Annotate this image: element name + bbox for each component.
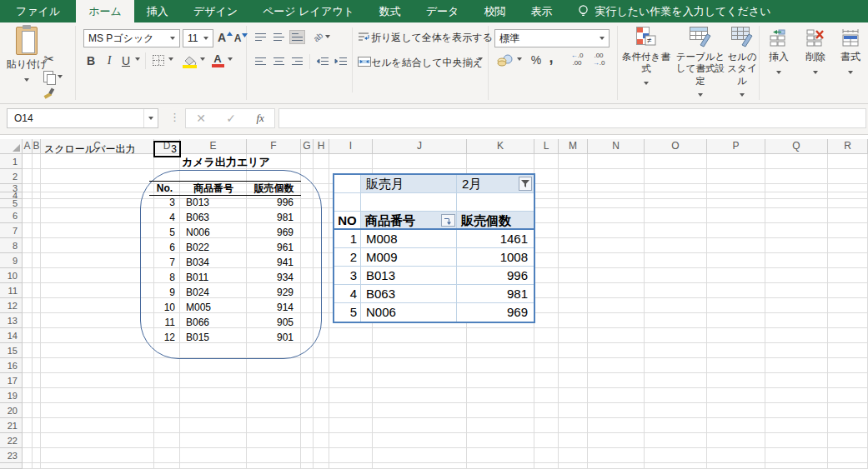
- pivot-data-cell[interactable]: 1461: [456, 230, 534, 247]
- column-header-A[interactable]: A: [23, 139, 33, 154]
- tab-home[interactable]: ホーム: [76, 0, 134, 22]
- borders-button[interactable]: [152, 54, 165, 67]
- format-cells-button[interactable]: 書式: [835, 29, 865, 79]
- row-header-14[interactable]: 14: [0, 328, 23, 343]
- delete-cells-button[interactable]: 削除: [799, 29, 832, 79]
- align-center-button[interactable]: [271, 54, 287, 68]
- pivot-data-cell[interactable]: B013: [360, 267, 456, 284]
- row-header-16[interactable]: 16: [0, 358, 23, 373]
- pivot-data-cell[interactable]: 981: [456, 285, 534, 302]
- row-header-9[interactable]: 9: [0, 253, 23, 268]
- column-header-R[interactable]: R: [828, 139, 868, 154]
- column-header-L[interactable]: L: [534, 139, 559, 154]
- conditional-formatting-button[interactable]: ≠ 条件付き書式: [619, 27, 674, 90]
- row-header-20[interactable]: 20: [0, 403, 23, 418]
- row-header-3[interactable]: 3: [0, 184, 23, 192]
- tab-data[interactable]: データ: [414, 0, 472, 22]
- font-color-button[interactable]: A: [211, 52, 224, 69]
- column-header-N[interactable]: N: [588, 139, 645, 154]
- accounting-dropdown-caret[interactable]: [515, 57, 524, 61]
- pivot-data-cell[interactable]: M008: [360, 230, 456, 247]
- comma-style-button[interactable]: ,: [546, 49, 556, 66]
- row-header-11[interactable]: 11: [0, 283, 23, 298]
- column-header-K[interactable]: K: [467, 139, 534, 154]
- pivot-data-cell[interactable]: 1008: [456, 248, 534, 266]
- wrap-text-button[interactable]: 折り返して全体を表示する: [371, 31, 493, 45]
- column-header-I[interactable]: I: [329, 139, 373, 154]
- borders-dropdown-caret[interactable]: [167, 57, 175, 61]
- formula-input[interactable]: [278, 108, 866, 128]
- tab-file[interactable]: ファイル: [0, 0, 76, 22]
- select-all-corner[interactable]: [0, 139, 23, 154]
- decrease-indent-button[interactable]: [314, 54, 330, 68]
- column-header-J[interactable]: J: [373, 139, 467, 154]
- underline-button[interactable]: U: [119, 52, 133, 69]
- align-bottom-button[interactable]: [289, 30, 305, 44]
- row-header-19[interactable]: 19: [0, 388, 23, 403]
- row-header-2[interactable]: 2: [0, 169, 23, 184]
- pivot-filter-field[interactable]: 販売月: [360, 175, 456, 192]
- merge-center-button[interactable]: セルを結合して中央揃え: [371, 56, 483, 70]
- pivot-filter-button[interactable]: [519, 177, 532, 191]
- pivot-sort-button[interactable]: [441, 214, 455, 227]
- pivot-header-no[interactable]: NO: [334, 212, 360, 228]
- pivot-blank-cell[interactable]: [456, 193, 534, 211]
- column-header-Q[interactable]: Q: [765, 139, 828, 154]
- insert-cells-button[interactable]: 挿入: [762, 29, 795, 79]
- row-header-15[interactable]: 15: [0, 343, 23, 358]
- accounting-format-button[interactable]: [496, 52, 514, 67]
- row-header-4[interactable]: 4: [0, 192, 23, 199]
- cell-c2-scrollbar-label[interactable]: スクロールバー出力: [44, 142, 135, 157]
- pivot-data-cell[interactable]: 2: [334, 248, 360, 266]
- pivot-data-cell[interactable]: B063: [360, 285, 456, 302]
- row-header-10[interactable]: 10: [0, 268, 23, 283]
- column-header-P[interactable]: P: [707, 139, 765, 154]
- increase-indent-button[interactable]: [333, 54, 349, 68]
- row-header-6[interactable]: 6: [0, 208, 23, 223]
- tab-design[interactable]: デザイン: [181, 0, 250, 22]
- row-header-8[interactable]: 8: [0, 238, 23, 253]
- pivot-data-cell[interactable]: 969: [456, 303, 534, 322]
- align-middle-button[interactable]: [271, 30, 287, 44]
- cut-button[interactable]: ✂: [40, 51, 58, 67]
- column-header-G[interactable]: G: [301, 139, 314, 154]
- pivot-data-cell[interactable]: 1: [334, 230, 360, 247]
- bold-button[interactable]: B: [84, 52, 98, 69]
- pivot-blank-cell[interactable]: [360, 193, 456, 211]
- decrease-decimal-button[interactable]: .00→.0: [590, 52, 608, 67]
- align-right-button[interactable]: [289, 54, 305, 68]
- name-box[interactable]: O14: [7, 108, 158, 128]
- row-header-13[interactable]: 13: [0, 313, 23, 328]
- percent-style-button[interactable]: %: [529, 52, 543, 67]
- formula-bar-splitter[interactable]: ⋮: [169, 111, 180, 123]
- row-header-5[interactable]: 5: [0, 199, 23, 208]
- column-header-E[interactable]: E: [180, 139, 247, 154]
- copy-button[interactable]: [40, 69, 65, 84]
- pivot-data-cell[interactable]: 3: [334, 267, 360, 284]
- tab-insert[interactable]: 挿入: [134, 0, 181, 22]
- row-header-partial[interactable]: [0, 463, 23, 469]
- tab-review[interactable]: 校閲: [471, 0, 518, 22]
- row-header-1[interactable]: 1: [0, 154, 23, 169]
- column-header-O[interactable]: O: [645, 139, 707, 154]
- number-format-combo[interactable]: 標準: [494, 29, 610, 47]
- row-header-23[interactable]: 23: [0, 448, 23, 463]
- pivot-table[interactable]: 販売月2月NO商品番号販売個数1M00814612M00910083B01399…: [333, 173, 535, 323]
- column-header-H[interactable]: H: [314, 139, 329, 154]
- font-name-combo[interactable]: MS Pゴシック: [83, 29, 180, 47]
- cancel-icon[interactable]: ✕: [196, 112, 206, 125]
- pivot-data-cell[interactable]: 4: [334, 285, 360, 302]
- pivot-header-product[interactable]: 商品番号: [360, 212, 456, 228]
- italic-button[interactable]: I: [103, 52, 115, 69]
- increase-font-button[interactable]: A: [217, 29, 233, 46]
- row-header-7[interactable]: 7: [0, 223, 23, 238]
- pivot-blank-cell[interactable]: [334, 193, 360, 211]
- pivot-data-cell[interactable]: 996: [456, 267, 534, 284]
- pivot-filter-cell[interactable]: [334, 175, 360, 192]
- insert-function-icon[interactable]: fx: [256, 112, 263, 125]
- row-header-21[interactable]: 21: [0, 418, 23, 433]
- tab-view[interactable]: 表示: [518, 0, 564, 22]
- tell-me-box[interactable]: 実行したい作業を入力してください: [578, 0, 770, 22]
- column-header-F[interactable]: F: [247, 139, 301, 154]
- orientation-button[interactable]: ab: [313, 29, 331, 44]
